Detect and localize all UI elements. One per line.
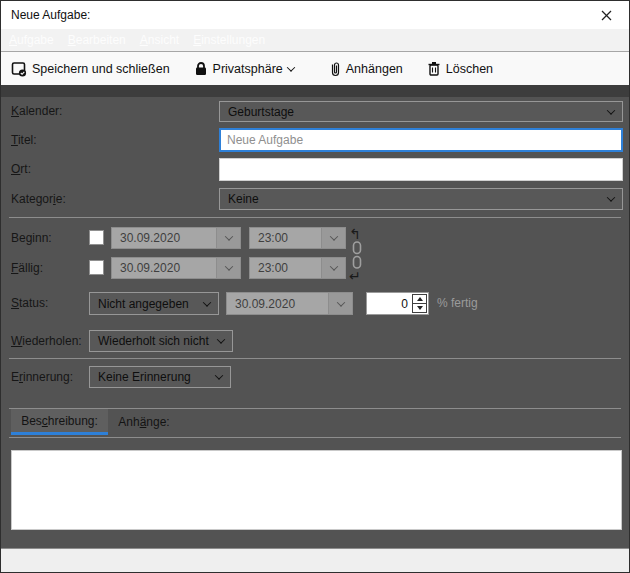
- link-due-arrow-icon: ↵: [349, 271, 361, 281]
- chevron-down-icon: [224, 262, 232, 270]
- menu-bar: Aufgabe Bearbeiten Ansicht Einstellungen: [1, 29, 629, 52]
- due-time-select[interactable]: 23:00: [249, 257, 346, 279]
- percent-spinner: [412, 294, 427, 313]
- menu-aufgabe[interactable]: Aufgabe: [2, 30, 61, 50]
- lock-icon: [194, 61, 208, 76]
- trash-icon: [427, 61, 441, 76]
- calendar-value: Geburtstage: [228, 105, 294, 119]
- due-date-select[interactable]: 30.09.2020: [111, 257, 241, 279]
- start-checkbox[interactable]: [89, 230, 104, 245]
- privacy-button[interactable]: Privatsphäre: [192, 57, 296, 80]
- start-time-value: 23:00: [250, 228, 321, 248]
- start-label: Beginn:: [11, 227, 52, 249]
- link-start-arrow-icon: ↰: [349, 229, 361, 239]
- start-time-select[interactable]: 23:00: [249, 227, 346, 249]
- menu-ansicht[interactable]: Ansicht: [133, 30, 186, 50]
- chevron-down-icon: [224, 232, 232, 240]
- due-checkbox[interactable]: [89, 260, 104, 275]
- category-label: Kategorie:: [11, 188, 66, 210]
- status-label: Status:: [11, 292, 48, 315]
- due-label: Fällig:: [11, 257, 43, 279]
- menu-einstellungen[interactable]: Einstellungen: [186, 30, 272, 50]
- tab-underline: [9, 437, 621, 438]
- separator: [9, 358, 621, 359]
- paperclip-icon: [330, 61, 341, 77]
- link-chain-icon[interactable]: [350, 241, 364, 269]
- toolbar: Speichern und schließen Privatsphäre Anh…: [1, 52, 629, 85]
- chevron-down-icon: [607, 106, 615, 114]
- status-date-value: 30.09.2020: [227, 293, 328, 314]
- percent-complete-field: [366, 292, 429, 315]
- close-icon: [601, 10, 612, 21]
- task-form: Kalender: Geburtstage Titel: Ort: Katego…: [1, 97, 629, 548]
- chevron-down-icon: [336, 298, 344, 306]
- toolbar-form-divider: [1, 85, 629, 97]
- tab-description[interactable]: Beschreibung:: [11, 409, 108, 435]
- save-and-close-button[interactable]: Speichern und schließen: [9, 57, 172, 81]
- chevron-down-icon: [329, 262, 337, 270]
- status-select[interactable]: Nicht angegeben: [89, 292, 219, 315]
- start-date-value: 30.09.2020: [112, 228, 216, 248]
- category-value: Keine: [228, 192, 259, 206]
- category-select[interactable]: Keine: [219, 188, 623, 210]
- save-and-close-label: Speichern und schließen: [32, 62, 170, 76]
- description-textarea[interactable]: [11, 450, 622, 530]
- close-button[interactable]: [593, 4, 619, 26]
- tab-attachments[interactable]: Anhänge:: [108, 409, 180, 435]
- chevron-down-icon: [215, 371, 223, 379]
- status-value: Nicht angegeben: [98, 297, 189, 311]
- spinner-down-icon[interactable]: [413, 303, 426, 312]
- menu-bearbeiten[interactable]: Bearbeiten: [61, 30, 133, 50]
- chevron-down-icon: [217, 335, 225, 343]
- due-date-value: 30.09.2020: [112, 258, 216, 278]
- calendar-select[interactable]: Geburtstage: [219, 101, 623, 122]
- delete-label: Löschen: [446, 62, 493, 76]
- start-date-select[interactable]: 30.09.2020: [111, 227, 241, 249]
- attach-label: Anhängen: [346, 62, 403, 76]
- delete-button[interactable]: Löschen: [425, 57, 495, 80]
- status-bar: [1, 548, 629, 572]
- status-date-select[interactable]: 30.09.2020: [226, 292, 353, 315]
- reminder-label: Erinnerung:: [11, 366, 73, 388]
- reminder-value: Keine Erinnerung: [98, 370, 191, 384]
- chevron-down-icon: [287, 63, 295, 71]
- new-task-dialog: Neue Aufgabe: Aufgabe Bearbeiten Ansicht…: [0, 0, 630, 573]
- attach-button[interactable]: Anhängen: [328, 57, 405, 81]
- title-input[interactable]: [219, 128, 623, 152]
- title-label: Titel:: [11, 128, 37, 152]
- location-label: Ort:: [11, 158, 31, 181]
- due-time-value: 23:00: [250, 258, 321, 278]
- chevron-down-icon: [329, 232, 337, 240]
- window-title: Neue Aufgabe:: [11, 8, 90, 22]
- chevron-down-icon: [607, 193, 615, 201]
- privacy-label: Privatsphäre: [213, 62, 283, 76]
- title-bar: Neue Aufgabe:: [1, 1, 629, 29]
- spinner-up-icon[interactable]: [413, 295, 426, 303]
- repeat-value: Wiederholt sich nicht: [98, 334, 209, 348]
- save-close-icon: [11, 61, 27, 77]
- location-input[interactable]: [219, 158, 623, 181]
- chevron-down-icon: [203, 298, 211, 306]
- percent-complete-label: % fertig: [437, 292, 478, 315]
- separator: [9, 217, 621, 218]
- repeat-select[interactable]: Wiederholt sich nicht: [89, 330, 233, 352]
- percent-complete-input[interactable]: [367, 293, 411, 314]
- calendar-label: Kalender:: [11, 101, 62, 122]
- repeat-label: Wiederholen:: [11, 330, 82, 352]
- reminder-select[interactable]: Keine Erinnerung: [89, 366, 231, 388]
